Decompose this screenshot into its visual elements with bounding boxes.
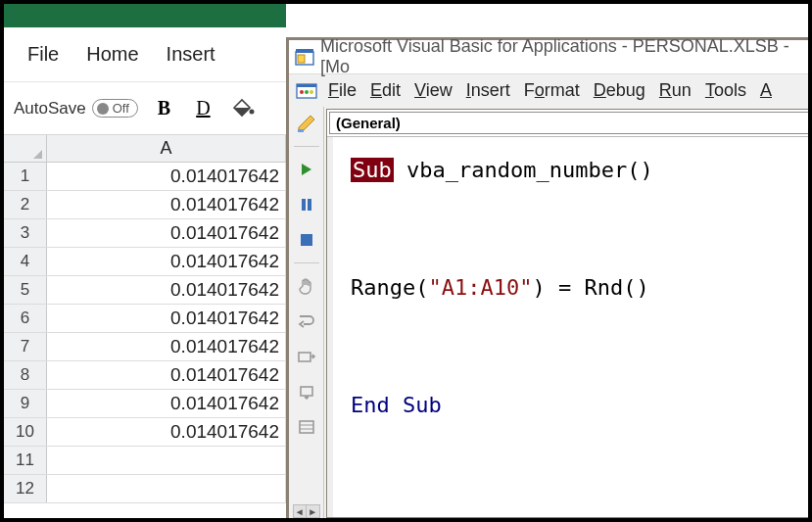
arrow-left-icon: ◄ xyxy=(294,505,307,517)
tab-insert[interactable]: Insert xyxy=(153,37,229,71)
proc-name: vba_random_number xyxy=(394,158,627,182)
step-over-icon[interactable] xyxy=(294,344,319,369)
row-header[interactable]: 3 xyxy=(4,219,47,247)
row-header[interactable]: 6 xyxy=(4,305,47,332)
sheet-row: 30.014017642 xyxy=(4,219,286,248)
code-dropdown-bar: (General) xyxy=(327,110,808,137)
cell[interactable]: 0.014017642 xyxy=(47,333,286,360)
sheet-row: 40.014017642 xyxy=(4,248,286,276)
svg-rect-13 xyxy=(299,353,310,361)
menu-tools[interactable]: Tools xyxy=(699,78,752,103)
vbe-menubar: File Edit View Insert Format Debug Run T… xyxy=(289,73,808,107)
svg-rect-9 xyxy=(298,129,304,132)
cell[interactable]: 0.014017642 xyxy=(47,390,286,417)
autosave-label: AutoSave xyxy=(14,99,86,119)
eq: = xyxy=(546,275,585,300)
excel-titlebar xyxy=(4,4,286,27)
rnd: Rnd xyxy=(584,275,623,300)
cell[interactable]: 0.014017642 xyxy=(47,276,286,304)
code-editor[interactable]: Sub vba_random_number() Range("A1:A10") … xyxy=(327,137,808,517)
cell[interactable]: 0.014017642 xyxy=(47,191,286,218)
object-dropdown[interactable]: (General) xyxy=(329,112,808,134)
column-headers: A xyxy=(4,135,286,163)
cell[interactable]: 0.014017642 xyxy=(47,219,286,247)
reset-icon[interactable] xyxy=(294,227,319,253)
menu-format[interactable]: Format xyxy=(518,78,586,103)
fill-color-button[interactable] xyxy=(230,98,256,119)
menu-view[interactable]: View xyxy=(408,78,458,103)
design-mode-icon[interactable] xyxy=(294,111,319,136)
vbe-side-toolbar: ◄ ► xyxy=(289,107,324,518)
row-header[interactable]: 12 xyxy=(4,475,47,502)
excel-ribbon-tabs: File Home Insert xyxy=(4,27,286,82)
sheet-row: 60.014017642 xyxy=(4,305,286,333)
close-p: ) xyxy=(532,275,545,300)
excel-window: File Home Insert AutoSave Off B D xyxy=(4,4,286,518)
select-all-corner[interactable] xyxy=(4,135,47,162)
cell[interactable]: 0.014017642 xyxy=(47,361,286,389)
code-pane: (General) Sub vba_random_number() Range(… xyxy=(326,109,808,518)
row-header[interactable]: 1 xyxy=(4,163,47,190)
row-header[interactable]: 10 xyxy=(4,418,47,446)
bookmark-icon[interactable] xyxy=(294,414,319,440)
svg-point-7 xyxy=(305,90,309,94)
row-header[interactable]: 9 xyxy=(4,390,47,417)
menu-debug[interactable]: Debug xyxy=(588,78,651,103)
open-p: ( xyxy=(415,275,428,300)
sheet-row: 80.014017642 xyxy=(4,361,286,390)
row-header[interactable]: 2 xyxy=(4,191,47,218)
autosave-toggle[interactable]: Off xyxy=(92,99,138,118)
cell[interactable]: 0.014017642 xyxy=(47,418,286,446)
sheet-row: 90.014017642 xyxy=(4,390,286,418)
autosave-control[interactable]: AutoSave Off xyxy=(14,99,138,119)
menu-file[interactable]: File xyxy=(322,78,362,103)
hand-icon[interactable] xyxy=(294,273,319,299)
menu-addins[interactable]: A xyxy=(754,78,778,103)
cell[interactable]: 0.014017642 xyxy=(47,305,286,332)
range-call: Range xyxy=(351,275,415,300)
menu-run[interactable]: Run xyxy=(653,78,697,103)
break-icon[interactable] xyxy=(294,192,319,217)
tab-home[interactable]: Home xyxy=(72,37,152,71)
underline-button[interactable]: D xyxy=(190,95,215,121)
svg-rect-10 xyxy=(302,199,306,211)
svg-point-6 xyxy=(300,90,304,94)
svg-rect-12 xyxy=(301,234,312,246)
object-dropdown-text: (General) xyxy=(336,115,401,131)
parens: () xyxy=(627,158,653,182)
parens2: () xyxy=(623,275,649,300)
kw-end: End xyxy=(351,393,390,417)
row-header[interactable]: 7 xyxy=(4,333,47,360)
tab-file[interactable]: File xyxy=(14,37,72,71)
cell[interactable] xyxy=(47,447,286,474)
spreadsheet-grid[interactable]: A 10.01401764220.01401764230.01401764240… xyxy=(4,135,286,518)
run-icon[interactable] xyxy=(294,157,319,182)
vbe-window: Microsoft Visual Basic for Applications … xyxy=(286,37,808,518)
step-into-icon[interactable] xyxy=(294,308,319,334)
bold-button[interactable]: B xyxy=(152,95,176,121)
cell[interactable] xyxy=(47,475,286,502)
row-header[interactable]: 11 xyxy=(4,447,47,474)
row-header[interactable]: 8 xyxy=(4,361,47,389)
sheet-row: 10.014017642 xyxy=(4,163,286,191)
svg-point-8 xyxy=(310,90,313,94)
vbe-system-icon[interactable] xyxy=(293,79,320,103)
cell[interactable]: 0.014017642 xyxy=(47,248,286,275)
toggle-knob-icon xyxy=(97,103,109,115)
svg-point-0 xyxy=(249,109,254,114)
excel-toolbar: AutoSave Off B D xyxy=(4,82,286,135)
menu-insert[interactable]: Insert xyxy=(460,78,516,103)
row-header[interactable]: 4 xyxy=(4,248,47,275)
svg-rect-11 xyxy=(308,199,311,211)
svg-rect-14 xyxy=(301,387,312,396)
autosave-state: Off xyxy=(113,101,129,116)
svg-rect-3 xyxy=(298,55,305,63)
step-out-icon[interactable] xyxy=(294,379,319,404)
row-header[interactable]: 5 xyxy=(4,276,47,304)
column-header-a[interactable]: A xyxy=(47,135,286,162)
menu-edit[interactable]: Edit xyxy=(364,78,406,103)
cell[interactable]: 0.014017642 xyxy=(47,163,286,190)
view-mode-switch[interactable]: ◄ ► xyxy=(293,504,320,518)
vbe-app-icon xyxy=(295,48,314,66)
kw-sub: Sub xyxy=(351,158,394,182)
